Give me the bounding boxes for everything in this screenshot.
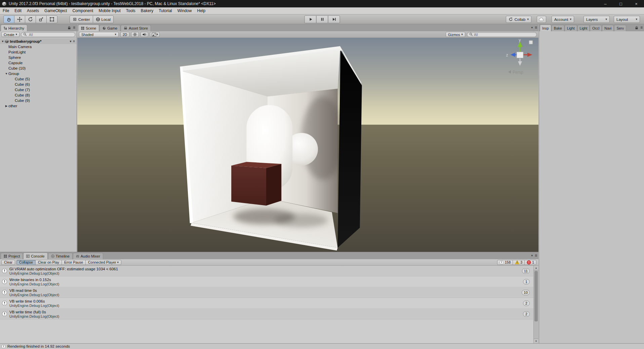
console-row[interactable]: VB write time (full) 0s UnityEngine.Debu…: [0, 309, 538, 319]
hierarchy-search-input[interactable]: All: [21, 32, 75, 37]
rect-tool-button[interactable]: [46, 15, 57, 23]
move-tool-button[interactable]: [14, 15, 25, 23]
tree-item-cube-7[interactable]: Cube (7): [0, 87, 77, 92]
tree-item-pointlight[interactable]: PointLight: [0, 49, 77, 55]
menu-tutorial[interactable]: Tutorial: [156, 7, 175, 14]
scene-3d-view[interactable]: y z Persp: [77, 38, 538, 252]
tree-item-main-camera[interactable]: Main Camera: [0, 44, 77, 49]
layout-dropdown[interactable]: Layout ▾: [614, 16, 640, 23]
tree-item-sphere[interactable]: Sphere: [0, 55, 77, 60]
gizmos-dropdown[interactable]: Gizmos ▾: [446, 32, 465, 37]
console-row[interactable]: Wrote binaries in 0.152s UnityEngine.Deb…: [0, 276, 538, 287]
menu-component[interactable]: Component: [70, 7, 96, 14]
rotate-tool-button[interactable]: [25, 15, 36, 23]
tab-light-explorer[interactable]: Light: [577, 25, 590, 31]
gizmo-center-cube[interactable]: [517, 52, 523, 58]
scene-header-row[interactable]: ▼ testbakerygroup* ▾ ≡: [0, 39, 77, 44]
room-right-wall[interactable]: [338, 50, 362, 247]
menu-window[interactable]: Window: [175, 7, 195, 14]
panel-menu-icon[interactable]: ≡: [640, 26, 643, 30]
tree-item-cube-5[interactable]: Cube (5): [0, 76, 77, 82]
play-button[interactable]: [305, 15, 317, 23]
panel-menu-icon[interactable]: ≡: [73, 26, 75, 30]
console-row[interactable]: VB read time 0s UnityEngine.Debug:Log(Ob…: [0, 287, 538, 298]
info-filter-toggle[interactable]: 158: [497, 260, 513, 265]
tab-services[interactable]: Serv: [614, 25, 626, 31]
hand-tool-button[interactable]: [3, 15, 14, 23]
error-pause-button[interactable]: Error Pause: [62, 260, 86, 265]
panel-menu-icon[interactable]: ≡: [535, 254, 537, 258]
scene-effects-toggle[interactable]: ▾: [150, 32, 160, 37]
scene-audio-toggle[interactable]: [140, 32, 148, 37]
fold-open-icon[interactable]: ▼: [4, 72, 8, 75]
tab-hierarchy[interactable]: Hierarchy: [1, 25, 27, 31]
tab-navigation[interactable]: Navi: [602, 25, 614, 31]
minimize-button[interactable]: –: [598, 0, 613, 7]
menu-help[interactable]: Help: [194, 7, 208, 14]
scrollbar-up-arrow[interactable]: ▲: [534, 266, 538, 270]
warning-filter-toggle[interactable]: 3: [513, 260, 525, 265]
persp-label[interactable]: Persp: [513, 70, 523, 75]
scrollbar-down-arrow[interactable]: ▼: [534, 339, 538, 343]
tab-asset-store[interactable]: Asset Store: [121, 25, 151, 31]
menu-assets[interactable]: Assets: [24, 7, 42, 14]
fold-closed-icon[interactable]: ▶: [4, 104, 8, 108]
tab-project[interactable]: Project: [1, 253, 23, 259]
status-bar[interactable]: Rendering finished in 14.92 seconds: [0, 343, 644, 349]
scene-lighting-toggle[interactable]: [131, 32, 139, 37]
account-dropdown[interactable]: Account ▾: [552, 16, 574, 23]
console-scrollbar[interactable]: ▲ ▼: [533, 266, 538, 343]
chevron-down-icon[interactable]: ▾: [156, 33, 158, 36]
tab-inspector[interactable]: Insp: [540, 25, 551, 31]
menu-bakery[interactable]: Bakery: [138, 7, 156, 14]
cube-right-face[interactable]: [266, 164, 281, 206]
cloud-button[interactable]: [537, 16, 546, 23]
2d-toggle-button[interactable]: 2D: [120, 32, 129, 37]
scene-search-input[interactable]: All: [467, 32, 537, 37]
tab-audio-mixer[interactable]: Audio Mixer: [73, 253, 103, 259]
cube-front-face[interactable]: [231, 165, 266, 205]
scene-viewport[interactable]: y z Persp: [77, 38, 538, 252]
tab-scene[interactable]: Scene: [78, 25, 99, 31]
collapse-button[interactable]: Collapse: [16, 260, 36, 265]
tree-item-capsule[interactable]: Capsule: [0, 60, 77, 66]
lock-icon[interactable]: [635, 26, 638, 30]
fold-open-icon[interactable]: ▼: [1, 40, 5, 43]
menu-gameobject[interactable]: GameObject: [42, 7, 70, 14]
close-button[interactable]: ×: [629, 0, 644, 7]
tab-occlusion[interactable]: Occl: [590, 25, 602, 31]
step-button[interactable]: [328, 15, 340, 23]
scene-menu-icon[interactable]: ≡: [73, 40, 75, 43]
create-dropdown[interactable]: Create ▾: [1, 32, 19, 37]
scrollbar-thumb[interactable]: [534, 271, 538, 321]
console-row[interactable]: VB write time 0.006s UnityEngine.Debug:L…: [0, 298, 538, 309]
tab-game[interactable]: Game: [99, 25, 120, 31]
console-row[interactable]: GI VRAM auto optimization OFF: estimated…: [0, 266, 538, 276]
chevron-down-icon[interactable]: ▾: [531, 254, 533, 257]
menu-file[interactable]: File: [0, 7, 12, 14]
layers-dropdown[interactable]: Layers ▾: [583, 16, 610, 23]
scale-tool-button[interactable]: [36, 15, 47, 23]
tab-bakery[interactable]: Bake: [552, 25, 564, 31]
chevron-down-icon[interactable]: ▾: [531, 26, 533, 29]
tree-item-other[interactable]: ▶other: [0, 103, 77, 109]
tree-item-group[interactable]: ▼Group: [0, 71, 77, 76]
collab-button[interactable]: Collab ▾: [506, 16, 531, 23]
clear-button[interactable]: Clear: [1, 260, 15, 265]
tree-item-cube-9[interactable]: Cube (9): [0, 98, 77, 103]
lock-icon[interactable]: [68, 26, 71, 30]
panel-menu-icon[interactable]: ≡: [535, 26, 537, 30]
tab-lighting[interactable]: Light: [565, 25, 577, 31]
error-filter-toggle[interactable]: 1: [524, 260, 536, 265]
tree-item-cube-10[interactable]: Cube (10): [0, 66, 77, 71]
space-toggle-button[interactable]: Local: [93, 15, 114, 23]
menu-edit[interactable]: Edit: [12, 7, 24, 14]
gizmo-lock-icon[interactable]: [529, 40, 533, 44]
maximize-button[interactable]: □: [613, 0, 629, 7]
tab-console[interactable]: Console: [23, 253, 47, 259]
pause-button[interactable]: [316, 15, 328, 23]
tree-item-cube-6[interactable]: Cube (6): [0, 82, 77, 87]
pivot-toggle-button[interactable]: Center: [70, 15, 93, 23]
clear-on-play-button[interactable]: Clear on Play: [35, 260, 62, 265]
menu-tools[interactable]: Tools: [123, 7, 138, 14]
